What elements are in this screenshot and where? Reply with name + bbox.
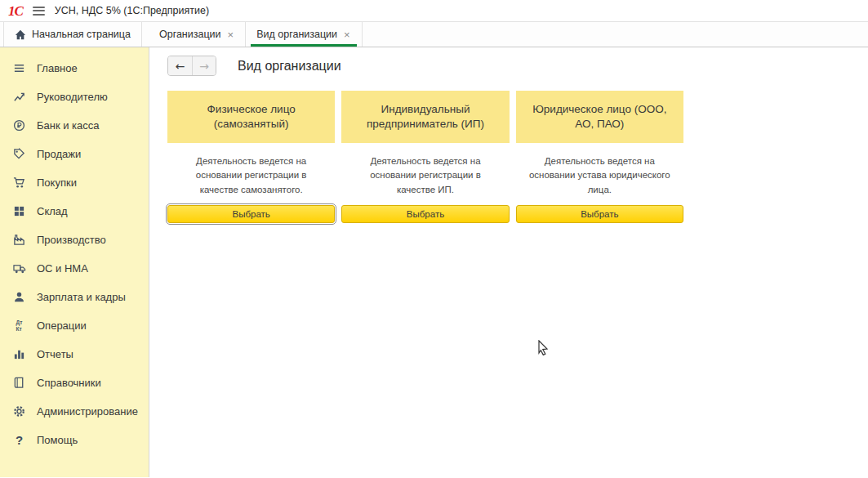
app-window: 1С УСН, НДС 5% (1С:Предприятие) Начальна… <box>0 0 868 477</box>
tab-home[interactable]: Начальная страница <box>3 22 142 47</box>
top-bar: 1С УСН, НДС 5% (1С:Предприятие) <box>0 0 868 22</box>
sidebar-item-salary-hr[interactable]: Зарплата и кадры <box>0 283 149 311</box>
list-icon <box>11 62 27 74</box>
dtkt-icon: ДтКт <box>11 319 27 331</box>
card-individual-entrepreneur: Индивидуальный предприниматель (ИП) Деят… <box>341 91 509 223</box>
sidebar-item-label: Продажи <box>37 148 81 160</box>
sidebar-item-label: Склад <box>37 205 68 217</box>
card-description: Деятельность ведется на основании регист… <box>341 143 509 205</box>
cart-icon <box>11 176 27 189</box>
sidebar-item-label: Отчеты <box>37 348 73 360</box>
factory-icon <box>11 234 27 246</box>
sidebar-item-production[interactable]: Производство <box>0 226 149 254</box>
question-icon: ? <box>11 433 27 447</box>
sidebar-item-bank-cash[interactable]: Банк и касса <box>0 111 149 140</box>
card-legal-entity: Юридическое лицо (ООО, АО, ПАО) Деятельн… <box>516 91 683 223</box>
forward-button[interactable]: → <box>192 56 216 75</box>
tab-organizations[interactable]: Организации × <box>149 22 246 47</box>
sidebar-item-reports[interactable]: Отчеты <box>0 340 149 369</box>
sidebar-item-help[interactable]: ? Помощь <box>0 426 149 454</box>
back-button[interactable]: ← <box>168 56 192 75</box>
sidebar-item-directories[interactable]: Справочники <box>0 369 149 397</box>
sidebar-item-administration[interactable]: Администрирование <box>0 397 149 426</box>
truck-icon <box>11 262 27 275</box>
person-icon <box>11 291 27 303</box>
sidebar-item-label: Зарплата и кадры <box>37 291 126 303</box>
card-description: Деятельность ведется на основании устава… <box>516 143 683 205</box>
warehouse-icon <box>11 205 27 217</box>
sidebar-item-label: Руководителю <box>37 91 108 103</box>
tab-label: Вид организации <box>256 29 337 40</box>
sidebar-item-label: Производство <box>37 234 106 246</box>
close-icon[interactable]: × <box>227 29 235 40</box>
sidebar-item-os-nma[interactable]: ОС и НМА <box>0 254 149 283</box>
1c-logo: 1С <box>8 4 23 18</box>
organization-type-cards: Физическое лицо (самозанятый) Деятельнос… <box>167 91 683 223</box>
tab-label: Начальная страница <box>32 29 131 40</box>
select-button-legal-entity[interactable]: Выбрать <box>516 205 683 223</box>
sidebar-item-label: Главное <box>37 62 78 74</box>
select-button-self-employed[interactable]: Выбрать <box>167 205 335 223</box>
history-buttons: ← → <box>167 56 216 76</box>
sidebar-item-label: Покупки <box>37 176 77 189</box>
sidebar-item-main[interactable]: Главное <box>0 54 149 83</box>
sidebar-item-label: ОС и НМА <box>37 262 88 275</box>
card-self-employed: Физическое лицо (самозанятый) Деятельнос… <box>167 91 335 223</box>
bar-chart-icon <box>11 348 27 360</box>
book-icon <box>11 377 27 389</box>
sidebar-item-label: Банк и касса <box>37 119 100 132</box>
sidebar-item-label: Помощь <box>37 434 78 446</box>
select-button-entrepreneur[interactable]: Выбрать <box>341 205 509 223</box>
card-title: Физическое лицо (самозанятый) <box>167 91 335 143</box>
sidebar-item-label: Операции <box>37 319 87 332</box>
card-title: Индивидуальный предприниматель (ИП) <box>341 91 509 143</box>
sidebar-item-warehouse[interactable]: Склад <box>0 197 149 226</box>
content-area: Главное Руководителю Банк и касса Продаж… <box>0 47 868 477</box>
navigation-row: ← → Вид организации <box>167 56 868 76</box>
close-icon[interactable]: × <box>343 29 351 40</box>
sales-tag-icon <box>11 148 27 160</box>
gear-icon <box>11 405 27 418</box>
tab-bar: Начальная страница Организации × Вид орг… <box>0 22 868 47</box>
home-icon <box>15 29 26 40</box>
sidebar-item-manager[interactable]: Руководителю <box>0 83 149 111</box>
main-panel: ← → Вид организации Физическое лицо (сам… <box>149 47 868 477</box>
sidebar-item-operations[interactable]: ДтКт Операции <box>0 311 149 340</box>
sidebar-item-label: Администрирование <box>37 405 138 418</box>
sidebar: Главное Руководителю Банк и касса Продаж… <box>0 47 149 477</box>
sidebar-item-purchases[interactable]: Покупки <box>0 168 149 197</box>
tab-label: Организации <box>159 29 221 40</box>
ruble-coin-icon <box>11 119 27 132</box>
card-description: Деятельность ведется на основании регист… <box>167 143 335 205</box>
window-title: УСН, НДС 5% (1С:Предприятие) <box>55 5 209 16</box>
sidebar-item-sales[interactable]: Продажи <box>0 140 149 168</box>
tab-org-type[interactable]: Вид организации × <box>246 22 363 47</box>
card-title: Юридическое лицо (ООО, АО, ПАО) <box>516 91 683 143</box>
page-title: Вид организации <box>238 59 341 74</box>
trend-icon <box>11 91 27 103</box>
main-menu-icon[interactable] <box>31 2 47 19</box>
sidebar-item-label: Справочники <box>37 377 101 389</box>
